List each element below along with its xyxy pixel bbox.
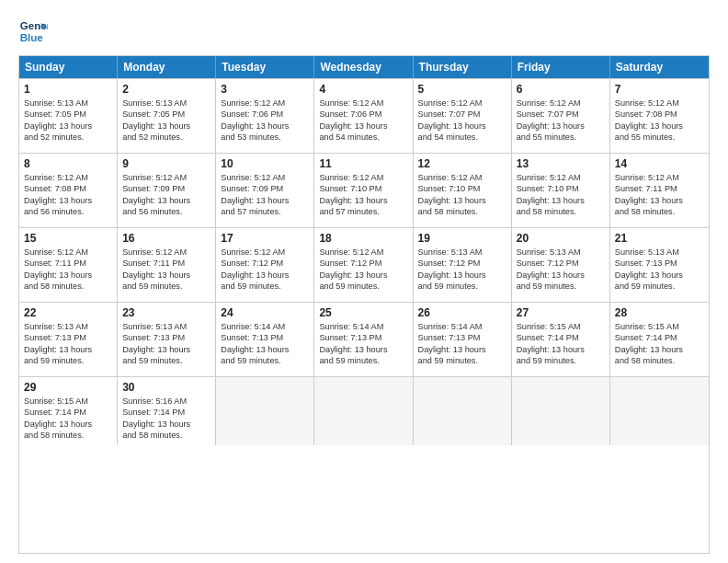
calendar-cell: 28Sunrise: 5:15 AMSunset: 7:14 PMDayligh… — [610, 303, 709, 376]
day-number: 27 — [517, 306, 605, 319]
cell-line: and 59 minutes. — [615, 281, 704, 292]
calendar-cell: 10Sunrise: 5:12 AMSunset: 7:09 PMDayligh… — [216, 154, 314, 227]
calendar-header-cell: Sunday — [19, 56, 118, 78]
day-number: 8 — [24, 157, 112, 170]
cell-line: and 59 minutes. — [418, 355, 506, 366]
day-number: 7 — [615, 83, 704, 96]
day-number: 29 — [24, 381, 112, 394]
calendar-cell: 24Sunrise: 5:14 AMSunset: 7:13 PMDayligh… — [216, 303, 314, 376]
calendar-cell: 21Sunrise: 5:13 AMSunset: 7:13 PMDayligh… — [610, 228, 709, 302]
day-number: 20 — [517, 232, 605, 245]
logo: General Blue — [18, 17, 48, 46]
day-number: 26 — [418, 306, 506, 319]
cell-line: Daylight: 13 hours — [418, 270, 506, 281]
cell-line: Daylight: 13 hours — [517, 195, 605, 206]
cell-line: Sunset: 7:12 PM — [418, 258, 506, 269]
cell-line: Sunrise: 5:12 AM — [319, 172, 407, 183]
day-number: 16 — [122, 232, 210, 245]
cell-line: Daylight: 13 hours — [517, 270, 605, 281]
day-number: 6 — [517, 83, 605, 96]
calendar-cell: 3Sunrise: 5:12 AMSunset: 7:06 PMDaylight… — [216, 79, 314, 153]
cell-line: Sunrise: 5:14 AM — [418, 321, 506, 332]
cell-line: Sunrise: 5:13 AM — [418, 247, 506, 258]
day-number: 14 — [615, 157, 704, 170]
calendar-cell: 5Sunrise: 5:12 AMSunset: 7:07 PMDaylight… — [414, 79, 512, 153]
cell-line: Sunrise: 5:15 AM — [24, 396, 112, 407]
cell-line: Sunset: 7:13 PM — [319, 332, 407, 343]
cell-line: Sunrise: 5:16 AM — [122, 396, 210, 407]
cell-line: Sunrise: 5:14 AM — [319, 321, 407, 332]
cell-line: Sunset: 7:14 PM — [517, 332, 605, 343]
day-number: 4 — [319, 83, 407, 96]
calendar: SundayMondayTuesdayWednesdayThursdayFrid… — [18, 55, 710, 554]
day-number: 11 — [319, 157, 407, 170]
cell-line: Sunrise: 5:12 AM — [615, 172, 704, 183]
cell-line: and 58 minutes. — [122, 430, 210, 441]
cell-line: Sunrise: 5:12 AM — [24, 172, 112, 183]
cell-line: Daylight: 13 hours — [24, 344, 112, 355]
calendar-cell: 22Sunrise: 5:13 AMSunset: 7:13 PMDayligh… — [19, 303, 118, 376]
cell-line: and 58 minutes. — [615, 206, 704, 217]
cell-line: and 55 minutes. — [517, 132, 605, 143]
cell-line: Sunset: 7:13 PM — [122, 332, 210, 343]
cell-line: and 59 minutes. — [517, 355, 605, 366]
cell-line: Sunrise: 5:13 AM — [517, 247, 605, 258]
day-number: 28 — [615, 306, 704, 319]
cell-line: Sunset: 7:14 PM — [615, 332, 704, 343]
calendar-header-cell: Tuesday — [216, 56, 314, 78]
calendar-cell: 20Sunrise: 5:13 AMSunset: 7:12 PMDayligh… — [512, 228, 610, 302]
cell-line: Daylight: 13 hours — [517, 344, 605, 355]
cell-line: Sunset: 7:12 PM — [319, 258, 407, 269]
cell-line: and 59 minutes. — [221, 281, 309, 292]
calendar-cell: 1Sunrise: 5:13 AMSunset: 7:05 PMDaylight… — [19, 79, 118, 153]
cell-line: Sunset: 7:10 PM — [517, 183, 605, 194]
cell-line: and 58 minutes. — [418, 206, 506, 217]
calendar-cell: 13Sunrise: 5:12 AMSunset: 7:10 PMDayligh… — [512, 154, 610, 227]
cell-line: and 56 minutes. — [24, 206, 112, 217]
cell-line: Sunset: 7:13 PM — [615, 258, 704, 269]
cell-line: and 52 minutes. — [122, 132, 210, 143]
cell-line: and 59 minutes. — [319, 355, 407, 366]
calendar-cell: 23Sunrise: 5:13 AMSunset: 7:13 PMDayligh… — [118, 303, 216, 376]
calendar-cell: 29Sunrise: 5:15 AMSunset: 7:14 PMDayligh… — [19, 377, 118, 445]
calendar-cell: 17Sunrise: 5:12 AMSunset: 7:12 PMDayligh… — [216, 228, 314, 302]
cell-line: Sunset: 7:09 PM — [122, 183, 210, 194]
cell-line: Daylight: 13 hours — [319, 121, 407, 132]
cell-line: and 55 minutes. — [615, 132, 704, 143]
cell-line: Daylight: 13 hours — [221, 344, 309, 355]
cell-line: Daylight: 13 hours — [615, 121, 704, 132]
day-number: 10 — [221, 157, 309, 170]
cell-line: Daylight: 13 hours — [319, 344, 407, 355]
cell-line: Sunrise: 5:13 AM — [24, 98, 112, 109]
cell-line: and 59 minutes. — [122, 355, 210, 366]
svg-text:Blue: Blue — [20, 32, 44, 43]
calendar-cell — [314, 377, 413, 445]
cell-line: and 58 minutes. — [24, 430, 112, 441]
cell-line: Daylight: 13 hours — [615, 270, 704, 281]
calendar-row: 15Sunrise: 5:12 AMSunset: 7:11 PMDayligh… — [19, 227, 709, 302]
day-number: 19 — [418, 232, 506, 245]
cell-line: Sunrise: 5:12 AM — [122, 247, 210, 258]
cell-line: Daylight: 13 hours — [319, 195, 407, 206]
cell-line: and 59 minutes. — [122, 281, 210, 292]
cell-line: Sunrise: 5:12 AM — [221, 247, 309, 258]
calendar-cell: 4Sunrise: 5:12 AMSunset: 7:06 PMDaylight… — [314, 79, 413, 153]
cell-line: Sunset: 7:08 PM — [615, 109, 704, 120]
cell-line: and 57 minutes. — [221, 206, 309, 217]
cell-line: Daylight: 13 hours — [122, 121, 210, 132]
cell-line: and 57 minutes. — [319, 206, 407, 217]
cell-line: Sunrise: 5:14 AM — [221, 321, 309, 332]
cell-line: Sunrise: 5:13 AM — [122, 98, 210, 109]
cell-line: Sunset: 7:06 PM — [221, 109, 309, 120]
calendar-header-cell: Thursday — [414, 56, 512, 78]
cell-line: Daylight: 13 hours — [517, 121, 605, 132]
day-number: 21 — [615, 232, 704, 245]
cell-line: Daylight: 13 hours — [615, 344, 704, 355]
cell-line: and 52 minutes. — [24, 132, 112, 143]
day-number: 5 — [418, 83, 506, 96]
cell-line: Daylight: 13 hours — [221, 121, 309, 132]
calendar-cell: 18Sunrise: 5:12 AMSunset: 7:12 PMDayligh… — [314, 228, 413, 302]
calendar-cell: 14Sunrise: 5:12 AMSunset: 7:11 PMDayligh… — [610, 154, 709, 227]
cell-line: Sunset: 7:07 PM — [517, 109, 605, 120]
cell-line: Sunrise: 5:12 AM — [319, 247, 407, 258]
